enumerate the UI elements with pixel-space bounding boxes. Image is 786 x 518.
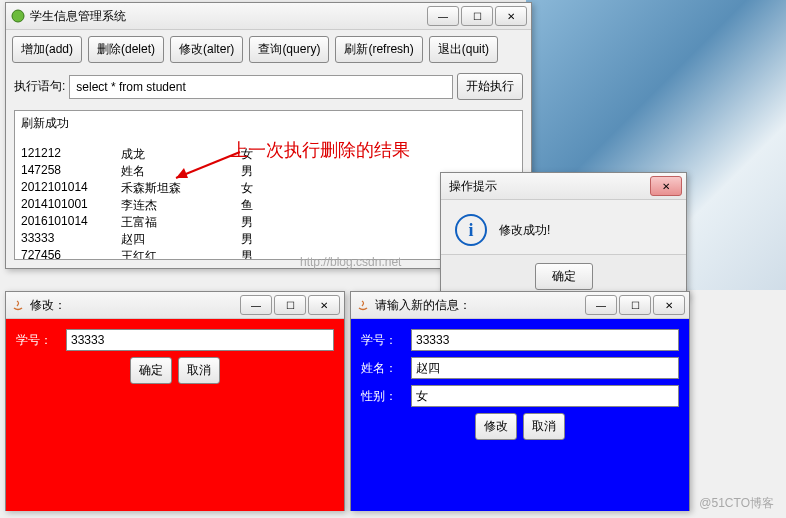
row-sex: 鱼 [241,197,281,214]
svg-point-0 [12,10,24,22]
modify-minimize-button[interactable]: — [240,295,272,315]
newinfo-sex-input[interactable] [411,385,679,407]
row-name: 赵四 [121,231,241,248]
annotation-text: 上一次执行删除的结果 [230,138,410,162]
delete-button[interactable]: 删除(delet) [88,36,164,63]
app-icon [10,8,26,24]
messagebox-close-button[interactable]: ✕ [650,176,682,196]
modify-id-label: 学号： [16,332,66,349]
newinfo-maximize-button[interactable]: ☐ [619,295,651,315]
modify-ok-button[interactable]: 确定 [130,357,172,384]
newinfo-submit-button[interactable]: 修改 [475,413,517,440]
messagebox-ok-button[interactable]: 确定 [535,263,593,290]
row-name: 李连杰 [121,197,241,214]
row-name: 王富福 [121,214,241,231]
row-id: 121212 [21,146,121,163]
messagebox-titlebar[interactable]: 操作提示 ✕ [441,173,686,200]
add-button[interactable]: 增加(add) [12,36,82,63]
watermark-url: http://blog.csdn.net [300,255,401,269]
newinfo-window: 请输入新的信息： — ☐ ✕ 学号： 姓名： 性别： 修改 取消 [350,291,690,511]
row-sex: 女 [241,180,281,197]
messagebox-window: 操作提示 ✕ i 修改成功! 确定 [440,172,687,299]
maximize-button[interactable]: ☐ [461,6,493,26]
row-id: 2014101001 [21,197,121,214]
main-title: 学生信息管理系统 [30,8,427,25]
status-text: 刷新成功 [21,115,516,132]
row-id: 727456 [21,248,121,260]
newinfo-id-input[interactable] [411,329,679,351]
watermark-corner: @51CTO博客 [699,495,774,512]
toolbar: 增加(add) 删除(delet) 修改(alter) 查询(query) 刷新… [6,30,531,69]
newinfo-cancel-button[interactable]: 取消 [523,413,565,440]
row-sex: 男 [241,163,281,180]
newinfo-titlebar[interactable]: 请输入新的信息： — ☐ ✕ [351,292,689,319]
row-name: 禾森斯坦森 [121,180,241,197]
row-name: 姓名 [121,163,241,180]
query-button[interactable]: 查询(query) [249,36,329,63]
row-name: 成龙 [121,146,241,163]
row-name: 王红红 [121,248,241,260]
newinfo-name-label: 姓名： [361,360,411,377]
modify-close-button[interactable]: ✕ [308,295,340,315]
newinfo-close-button[interactable]: ✕ [653,295,685,315]
java-icon [355,297,371,313]
modify-window: 修改： — ☐ ✕ 学号： 确定 取消 [5,291,345,511]
alter-button[interactable]: 修改(alter) [170,36,243,63]
modify-id-input[interactable] [66,329,334,351]
row-sex: 男 [241,248,281,260]
minimize-button[interactable]: — [427,6,459,26]
newinfo-minimize-button[interactable]: — [585,295,617,315]
newinfo-id-label: 学号： [361,332,411,349]
row-id: 2016101014 [21,214,121,231]
java-icon [10,297,26,313]
info-icon: i [455,214,487,246]
close-button[interactable]: ✕ [495,6,527,26]
main-titlebar[interactable]: 学生信息管理系统 — ☐ ✕ [6,3,531,30]
messagebox-title: 操作提示 [445,178,650,195]
query-label: 执行语句: [14,78,65,95]
newinfo-sex-label: 性别： [361,388,411,405]
row-sex: 男 [241,231,281,248]
query-input[interactable] [69,75,453,99]
modify-cancel-button[interactable]: 取消 [178,357,220,384]
row-id: 2012101014 [21,180,121,197]
newinfo-title: 请输入新的信息： [375,297,585,314]
modify-maximize-button[interactable]: ☐ [274,295,306,315]
run-button[interactable]: 开始执行 [457,73,523,100]
modify-title: 修改： [30,297,240,314]
newinfo-name-input[interactable] [411,357,679,379]
messagebox-text: 修改成功! [499,222,550,239]
row-id: 147258 [21,163,121,180]
refresh-button[interactable]: 刷新(refresh) [335,36,422,63]
row-id: 33333 [21,231,121,248]
row-sex: 男 [241,214,281,231]
quit-button[interactable]: 退出(quit) [429,36,498,63]
modify-titlebar[interactable]: 修改： — ☐ ✕ [6,292,344,319]
